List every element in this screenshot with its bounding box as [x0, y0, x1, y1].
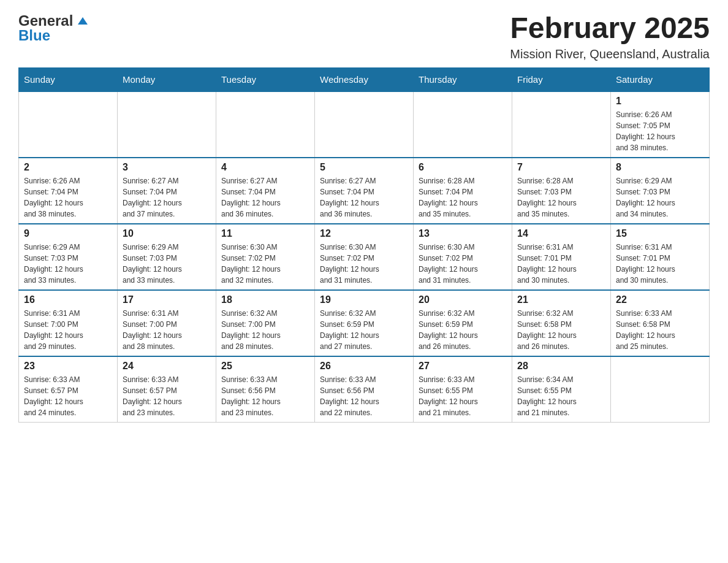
calendar-cell: 5Sunrise: 6:27 AM Sunset: 7:04 PM Daylig… [315, 158, 414, 224]
calendar-table: SundayMondayTuesdayWednesdayThursdayFrid… [18, 67, 710, 423]
day-info: Sunrise: 6:30 AM Sunset: 7:02 PM Dayligh… [320, 242, 408, 286]
calendar-cell [216, 91, 315, 158]
day-number: 15 [616, 228, 704, 239]
calendar-cell: 3Sunrise: 6:27 AM Sunset: 7:04 PM Daylig… [118, 158, 216, 224]
calendar-cell: 1Sunrise: 6:26 AM Sunset: 7:05 PM Daylig… [611, 91, 710, 158]
day-number: 24 [123, 361, 211, 372]
calendar-cell: 12Sunrise: 6:30 AM Sunset: 7:02 PM Dayli… [315, 224, 414, 290]
day-number: 21 [517, 294, 605, 305]
day-info: Sunrise: 6:26 AM Sunset: 7:05 PM Dayligh… [616, 109, 704, 153]
logo: General Blue [18, 12, 91, 44]
day-info: Sunrise: 6:30 AM Sunset: 7:02 PM Dayligh… [419, 242, 507, 286]
day-number: 10 [123, 228, 211, 239]
calendar-cell: 28Sunrise: 6:34 AM Sunset: 6:55 PM Dayli… [512, 356, 611, 423]
day-info: Sunrise: 6:32 AM Sunset: 6:59 PM Dayligh… [419, 308, 507, 352]
calendar-cell: 2Sunrise: 6:26 AM Sunset: 7:04 PM Daylig… [19, 158, 118, 224]
logo-triangle-icon [74, 12, 91, 29]
day-info: Sunrise: 6:33 AM Sunset: 6:57 PM Dayligh… [123, 374, 211, 418]
day-number: 26 [320, 361, 408, 372]
logo-blue-text: Blue [18, 27, 50, 44]
day-info: Sunrise: 6:32 AM Sunset: 6:59 PM Dayligh… [320, 308, 408, 352]
day-info: Sunrise: 6:33 AM Sunset: 6:56 PM Dayligh… [221, 374, 309, 418]
calendar-cell: 9Sunrise: 6:29 AM Sunset: 7:03 PM Daylig… [19, 224, 118, 290]
calendar-cell: 11Sunrise: 6:30 AM Sunset: 7:02 PM Dayli… [216, 224, 315, 290]
day-info: Sunrise: 6:34 AM Sunset: 6:55 PM Dayligh… [517, 374, 605, 418]
day-info: Sunrise: 6:31 AM Sunset: 7:00 PM Dayligh… [123, 308, 211, 352]
day-number: 5 [320, 162, 408, 173]
calendar-cell [118, 91, 216, 158]
calendar-cell: 17Sunrise: 6:31 AM Sunset: 7:00 PM Dayli… [118, 290, 216, 356]
day-info: Sunrise: 6:33 AM Sunset: 6:55 PM Dayligh… [419, 374, 507, 418]
calendar-cell: 24Sunrise: 6:33 AM Sunset: 6:57 PM Dayli… [118, 356, 216, 423]
day-number: 14 [517, 228, 605, 239]
weekday-header-friday: Friday [512, 67, 611, 91]
location-subtitle: Mission River, Queensland, Australia [510, 47, 710, 61]
calendar-cell: 6Sunrise: 6:28 AM Sunset: 7:04 PM Daylig… [414, 158, 512, 224]
calendar-cell: 18Sunrise: 6:32 AM Sunset: 7:00 PM Dayli… [216, 290, 315, 356]
day-number: 13 [419, 228, 507, 239]
calendar-cell: 8Sunrise: 6:29 AM Sunset: 7:03 PM Daylig… [611, 158, 710, 224]
day-number: 20 [419, 294, 507, 305]
day-info: Sunrise: 6:30 AM Sunset: 7:02 PM Dayligh… [221, 242, 309, 286]
day-info: Sunrise: 6:32 AM Sunset: 6:58 PM Dayligh… [517, 308, 605, 352]
day-info: Sunrise: 6:31 AM Sunset: 7:01 PM Dayligh… [517, 242, 605, 286]
day-number: 11 [221, 228, 309, 239]
week-row-2: 2Sunrise: 6:26 AM Sunset: 7:04 PM Daylig… [19, 158, 710, 224]
day-info: Sunrise: 6:31 AM Sunset: 7:00 PM Dayligh… [24, 308, 112, 352]
calendar-cell: 4Sunrise: 6:27 AM Sunset: 7:04 PM Daylig… [216, 158, 315, 224]
calendar-cell: 19Sunrise: 6:32 AM Sunset: 6:59 PM Dayli… [315, 290, 414, 356]
day-info: Sunrise: 6:33 AM Sunset: 6:56 PM Dayligh… [320, 374, 408, 418]
week-row-1: 1Sunrise: 6:26 AM Sunset: 7:05 PM Daylig… [19, 91, 710, 158]
weekday-header-wednesday: Wednesday [315, 67, 414, 91]
day-number: 28 [517, 361, 605, 372]
day-number: 3 [123, 162, 211, 173]
day-info: Sunrise: 6:26 AM Sunset: 7:04 PM Dayligh… [24, 175, 112, 220]
day-number: 8 [616, 162, 704, 173]
calendar-cell [414, 91, 512, 158]
calendar-cell: 15Sunrise: 6:31 AM Sunset: 7:01 PM Dayli… [611, 224, 710, 290]
day-number: 19 [320, 294, 408, 305]
calendar-header-row: SundayMondayTuesdayWednesdayThursdayFrid… [19, 67, 710, 91]
day-number: 7 [517, 162, 605, 173]
week-row-4: 16Sunrise: 6:31 AM Sunset: 7:00 PM Dayli… [19, 290, 710, 356]
day-number: 18 [221, 294, 309, 305]
weekday-header-sunday: Sunday [19, 67, 118, 91]
day-info: Sunrise: 6:27 AM Sunset: 7:04 PM Dayligh… [221, 175, 309, 220]
day-number: 16 [24, 294, 112, 305]
weekday-header-monday: Monday [118, 67, 216, 91]
calendar-cell: 13Sunrise: 6:30 AM Sunset: 7:02 PM Dayli… [414, 224, 512, 290]
weekday-header-tuesday: Tuesday [216, 67, 315, 91]
day-info: Sunrise: 6:32 AM Sunset: 7:00 PM Dayligh… [221, 308, 309, 352]
day-number: 17 [123, 294, 211, 305]
day-number: 23 [24, 361, 112, 372]
weekday-header-thursday: Thursday [414, 67, 512, 91]
calendar-cell: 25Sunrise: 6:33 AM Sunset: 6:56 PM Dayli… [216, 356, 315, 423]
calendar-cell: 10Sunrise: 6:29 AM Sunset: 7:03 PM Dayli… [118, 224, 216, 290]
day-number: 4 [221, 162, 309, 173]
day-number: 9 [24, 228, 112, 239]
calendar-cell: 14Sunrise: 6:31 AM Sunset: 7:01 PM Dayli… [512, 224, 611, 290]
page-header: General Blue February 2025 Mission River… [18, 12, 710, 61]
calendar-cell [512, 91, 611, 158]
day-info: Sunrise: 6:31 AM Sunset: 7:01 PM Dayligh… [616, 242, 704, 286]
month-title: February 2025 [510, 12, 710, 45]
calendar-cell: 16Sunrise: 6:31 AM Sunset: 7:00 PM Dayli… [19, 290, 118, 356]
day-info: Sunrise: 6:27 AM Sunset: 7:04 PM Dayligh… [320, 175, 408, 220]
day-info: Sunrise: 6:28 AM Sunset: 7:03 PM Dayligh… [517, 175, 605, 220]
day-number: 22 [616, 294, 704, 305]
week-row-5: 23Sunrise: 6:33 AM Sunset: 6:57 PM Dayli… [19, 356, 710, 423]
day-info: Sunrise: 6:29 AM Sunset: 7:03 PM Dayligh… [616, 175, 704, 220]
day-number: 12 [320, 228, 408, 239]
calendar-cell [19, 91, 118, 158]
title-section: February 2025 Mission River, Queensland,… [510, 12, 710, 61]
calendar-cell: 23Sunrise: 6:33 AM Sunset: 6:57 PM Dayli… [19, 356, 118, 423]
calendar-cell: 21Sunrise: 6:32 AM Sunset: 6:58 PM Dayli… [512, 290, 611, 356]
day-info: Sunrise: 6:33 AM Sunset: 6:58 PM Dayligh… [616, 308, 704, 352]
day-info: Sunrise: 6:29 AM Sunset: 7:03 PM Dayligh… [24, 242, 112, 286]
calendar-cell [611, 356, 710, 423]
day-number: 25 [221, 361, 309, 372]
day-info: Sunrise: 6:27 AM Sunset: 7:04 PM Dayligh… [123, 175, 211, 220]
calendar-cell: 7Sunrise: 6:28 AM Sunset: 7:03 PM Daylig… [512, 158, 611, 224]
week-row-3: 9Sunrise: 6:29 AM Sunset: 7:03 PM Daylig… [19, 224, 710, 290]
weekday-header-saturday: Saturday [611, 67, 710, 91]
